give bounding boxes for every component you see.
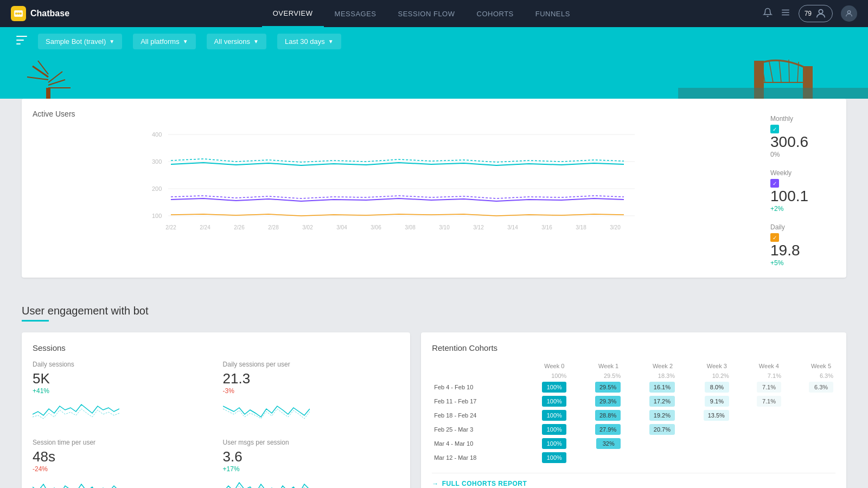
cohort-data-row: Mar 12 - Mar 18100% bbox=[432, 451, 835, 465]
nav-cohorts[interactable]: COHORTS bbox=[466, 0, 525, 27]
daily-change: +5% bbox=[770, 259, 835, 267]
svg-text:3/14: 3/14 bbox=[507, 224, 518, 230]
chart-title: Active Users bbox=[33, 110, 760, 118]
menu-icon[interactable] bbox=[781, 8, 790, 20]
cohort-data-row: Feb 4 - Feb 10100%29.5%16.1%8.0%7.1%6.3% bbox=[432, 380, 835, 394]
main-content: Active Users 400 300 200 100 bbox=[0, 99, 868, 488]
engagement-row: Sessions Daily sessions 5K +41% bbox=[22, 332, 846, 488]
date-selector[interactable]: Last 30 days ▼ bbox=[277, 34, 341, 49]
cohort-header-week4: Week 4 bbox=[731, 361, 783, 371]
filter-icon[interactable] bbox=[16, 36, 27, 47]
session-time-metric: Session time per user 48s -24% bbox=[33, 439, 209, 488]
bot-selector[interactable]: Sample Bot (travel) ▼ bbox=[38, 34, 122, 49]
svg-point-3 bbox=[20, 12, 22, 15]
cohort-data-row: Mar 4 - Mar 10100%32% bbox=[432, 436, 835, 451]
cohort-header-row: Week 0 Week 1 Week 2 Week 3 Week 4 Week … bbox=[432, 361, 835, 371]
bot-selector-arrow: ▼ bbox=[109, 38, 114, 44]
cohort-subheader-row: 100% 29.5% 18.3% 10.2% 7.1% 6.3% bbox=[432, 371, 835, 380]
cohort-header-week1: Week 1 bbox=[569, 361, 623, 371]
date-selector-arrow: ▼ bbox=[328, 38, 334, 44]
cohorts-footer: → FULL COHORTS REPORT bbox=[432, 473, 835, 487]
msgs-per-session-metric: User msgs per session 3.6 +17% bbox=[223, 439, 400, 488]
monthly-checkbox[interactable]: ✓ bbox=[770, 125, 779, 133]
svg-rect-9 bbox=[16, 36, 27, 37]
section-title: User engagement with bot bbox=[22, 294, 846, 317]
cohorts-link[interactable]: → FULL COHORTS REPORT bbox=[432, 480, 835, 487]
svg-text:3/12: 3/12 bbox=[473, 224, 484, 230]
version-selector[interactable]: All versions ▼ bbox=[207, 34, 266, 49]
svg-text:400: 400 bbox=[152, 131, 162, 138]
engagement-section: User engagement with bot Sessions Daily … bbox=[22, 294, 846, 488]
cohorts-link-text: FULL COHORTS REPORT bbox=[442, 480, 527, 487]
daily-checkbox[interactable]: ✓ bbox=[770, 233, 779, 242]
weekly-stat: Weekly ✓ 100.1 +2% bbox=[770, 169, 835, 213]
sessions-per-user-sparkline bbox=[223, 398, 400, 425]
monthly-stat: Monthly ✓ 300.6 0% bbox=[770, 115, 835, 158]
svg-text:2/22: 2/22 bbox=[165, 224, 176, 230]
platform-selector[interactable]: All platforms ▼ bbox=[133, 34, 195, 49]
sessions-card: Sessions Daily sessions 5K +41% bbox=[22, 332, 410, 488]
user-badge[interactable]: 79 bbox=[799, 5, 833, 22]
svg-text:3/08: 3/08 bbox=[405, 224, 416, 230]
svg-line-17 bbox=[27, 77, 48, 80]
logo: Chatbase bbox=[11, 6, 69, 21]
svg-point-7 bbox=[819, 10, 822, 14]
daily-sessions-metric: Daily sessions 5K +41% bbox=[33, 361, 209, 425]
nav-right: 79 bbox=[763, 5, 857, 22]
sessions-title: Sessions bbox=[33, 343, 399, 352]
svg-text:3/20: 3/20 bbox=[610, 224, 621, 230]
svg-text:2/26: 2/26 bbox=[234, 224, 245, 230]
platform-selector-arrow: ▼ bbox=[183, 38, 188, 44]
cohort-header-empty bbox=[432, 361, 516, 371]
svg-text:3/18: 3/18 bbox=[576, 224, 586, 230]
cohort-header-week0: Week 0 bbox=[516, 361, 569, 371]
svg-text:3/02: 3/02 bbox=[302, 224, 313, 230]
logo-text: Chatbase bbox=[30, 9, 69, 18]
daily-sessions-sparkline bbox=[33, 398, 209, 425]
svg-text:2/28: 2/28 bbox=[268, 224, 279, 230]
cohorts-title: Retention Cohorts bbox=[432, 343, 835, 352]
cohort-header-week2: Week 2 bbox=[623, 361, 677, 371]
nav-messages[interactable]: MESSAGES bbox=[324, 0, 387, 27]
svg-text:2/24: 2/24 bbox=[200, 224, 210, 230]
nav-funnels[interactable]: FUNNELS bbox=[525, 0, 581, 27]
stats-panel: Monthly ✓ 300.6 0% Weekly ✓ 100.1 +2% Da… bbox=[770, 110, 835, 267]
weekly-change: +2% bbox=[770, 205, 835, 213]
daily-stat: Daily ✓ 19.8 +5% bbox=[770, 223, 835, 267]
nav-session-flow[interactable]: SESSION FLOW bbox=[387, 0, 466, 27]
cohort-data-row: Feb 25 - Mar 3100%27.9%20.7% bbox=[432, 422, 835, 436]
cohort-header-week5: Week 5 bbox=[783, 361, 835, 371]
svg-text:200: 200 bbox=[152, 185, 162, 192]
svg-line-25 bbox=[789, 60, 789, 82]
svg-rect-11 bbox=[16, 43, 21, 44]
cohort-header-week3: Week 3 bbox=[677, 361, 731, 371]
cohort-data-row: Feb 11 - Feb 17100%29.3%17.2%9.1%7.1% bbox=[432, 394, 835, 408]
svg-rect-10 bbox=[16, 40, 24, 41]
svg-line-15 bbox=[38, 61, 48, 74]
svg-line-23 bbox=[769, 62, 773, 82]
svg-text:300: 300 bbox=[152, 158, 162, 165]
msgs-per-session-sparkline bbox=[223, 476, 400, 488]
section-underline bbox=[22, 320, 49, 322]
svg-text:3/16: 3/16 bbox=[541, 224, 552, 230]
notification-icon[interactable] bbox=[763, 8, 773, 20]
active-users-card: Active Users 400 300 200 100 bbox=[22, 99, 846, 278]
svg-text:100: 100 bbox=[152, 213, 162, 219]
avatar[interactable] bbox=[841, 5, 857, 22]
svg-point-8 bbox=[847, 11, 850, 14]
svg-line-24 bbox=[779, 60, 781, 82]
svg-text:3/10: 3/10 bbox=[439, 224, 450, 230]
cohort-data-row: Feb 18 - Feb 24100%28.8%19.2%13.5% bbox=[432, 408, 835, 422]
logo-icon bbox=[11, 6, 26, 21]
cohorts-card: Retention Cohorts Week 0 Week 1 Week 2 W… bbox=[421, 332, 846, 488]
top-navigation: Chatbase OVERVIEW MESSAGES SESSION FLOW … bbox=[0, 0, 868, 27]
chart-area: Active Users 400 300 200 100 bbox=[33, 110, 760, 267]
weekly-checkbox[interactable]: ✓ bbox=[770, 179, 779, 188]
monthly-change: 0% bbox=[770, 151, 835, 158]
filter-bar: Sample Bot (travel) ▼ All platforms ▼ Al… bbox=[0, 27, 868, 55]
svg-point-1 bbox=[15, 12, 17, 15]
nav-overview[interactable]: OVERVIEW bbox=[262, 0, 324, 27]
svg-text:3/06: 3/06 bbox=[371, 224, 381, 230]
svg-text:3/04: 3/04 bbox=[336, 224, 347, 230]
sessions-grid: Daily sessions 5K +41% Daily sessions pe bbox=[33, 361, 399, 488]
